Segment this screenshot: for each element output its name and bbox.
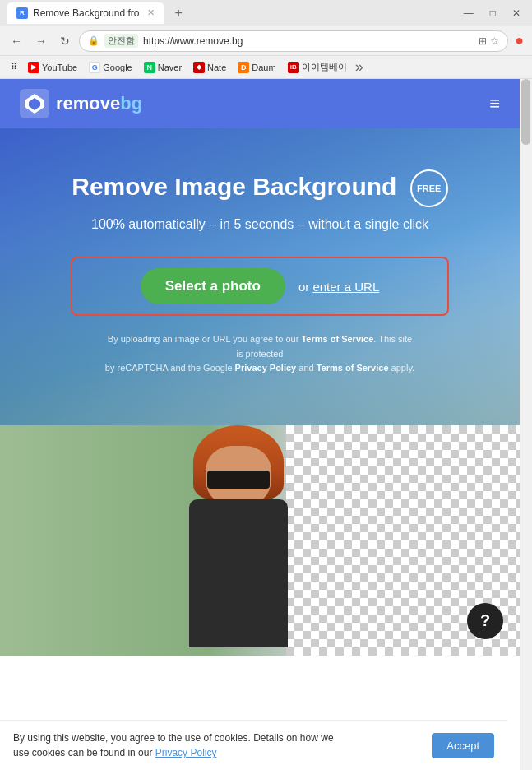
or-url-text: or enter a URL [298,280,379,294]
youtube-label: YouTube [42,63,77,72]
scroll-thumb[interactable] [521,79,530,145]
terms-line1: By uploading an image or URL you agree t… [108,334,302,344]
hero-title-text: Remove Image Background [72,173,396,200]
upload-area: Select a photo or enter a URL [71,257,449,316]
close-button[interactable]: ✕ [507,6,525,21]
cookie-text-line1: By using this website, you agree to the … [13,732,334,744]
logo-bg: bg [120,93,142,114]
bookmark-naver[interactable]: N Naver [139,60,187,75]
daum-label: Daum [252,63,275,72]
bookmark-itembay[interactable]: iB 아이템베이 [283,59,352,75]
demo-section: ? [0,425,520,656]
logo-remove: remove [56,93,120,114]
logo-icon [20,89,49,118]
bookmark-google[interactable]: G Google [84,60,136,75]
new-tab-button[interactable]: + [169,4,187,22]
forward-button[interactable]: → [31,33,51,49]
more-bookmarks-button[interactable]: » [355,58,363,76]
scroll-track [520,79,532,770]
nav-right-icons: ● [513,30,525,51]
demo-person [156,425,321,656]
site-header: removebg ≡ [0,79,520,128]
or-text: or [298,280,309,294]
accept-cookies-button[interactable]: Accept [432,733,494,758]
terms-and: and [296,363,316,373]
bookmark-star-icon[interactable]: ☆ [490,35,499,47]
safe-label: 안전함 [104,34,138,48]
apps-button[interactable]: ⠿ [7,60,21,74]
logo-text: removebg [56,93,142,114]
hero-title: Remove Image Background FREE [20,169,500,207]
account-icon[interactable]: ● [513,30,525,51]
tab-close-button[interactable]: ✕ [147,7,155,18]
terms-apply: apply. [389,363,415,373]
free-badge: FREE [410,169,448,207]
hero-section: Remove Image Background FREE 100% automa… [0,128,520,425]
window-controls: — □ ✕ [459,6,525,21]
bookmark-daum[interactable]: D Daum [233,60,280,75]
nate-favicon: ◆ [193,62,205,73]
site-content: removebg ≡ Remove Image Background FREE … [0,79,520,770]
hamburger-menu-button[interactable]: ≡ [489,93,500,114]
itembay-label: 아이템베이 [302,61,347,73]
privacy-policy-cookie-link[interactable]: Privacy Policy [155,747,217,758]
terms-line3: by reCAPTCHA and the Google [105,363,235,373]
back-button[interactable]: ← [7,33,26,49]
navigation-bar: ← → ↻ 🔒 안전함 https://www.remove.bg ⊞ ☆ ● [0,26,532,56]
tab-strip: R Remove Background fro ✕ + [7,2,187,24]
translate-icon[interactable]: ⊞ [479,35,487,47]
tab-favicon: R [16,7,28,19]
google-favicon: G [89,62,100,73]
privacy-policy-link[interactable]: Privacy Policy [235,363,297,373]
address-text: https://www.remove.bg [143,35,474,47]
tab-title: Remove Background fro [33,7,139,19]
cookie-text-line2: use cookies can be found in our [13,747,155,758]
bookmark-nate[interactable]: ◆ Nate [188,60,231,75]
cookie-bar: By using this website, you agree to the … [0,720,507,770]
reload-button[interactable]: ↻ [56,33,74,49]
active-tab[interactable]: R Remove Background fro ✕ [7,2,164,24]
naver-label: Naver [158,63,182,72]
youtube-favicon: ▶ [28,62,39,73]
nate-label: Nate [207,63,226,72]
lock-icon: 🔒 [88,35,99,46]
daum-favicon: D [238,62,249,73]
terms-of-service-link-2[interactable]: Terms of Service [317,363,389,373]
address-icons: ⊞ ☆ [479,35,499,47]
maximize-button[interactable]: □ [485,6,501,21]
help-button[interactable]: ? [467,603,503,639]
naver-favicon: N [144,62,155,73]
title-bar: R Remove Background fro ✕ + — □ ✕ [0,0,532,26]
google-label: Google [103,63,132,72]
minimize-button[interactable]: — [459,6,479,21]
select-photo-button[interactable]: Select a photo [141,268,285,304]
enter-url-link[interactable]: enter a URL [312,280,379,294]
browser-content: removebg ≡ Remove Image Background FREE … [0,79,532,770]
cookie-text: By using this website, you agree to the … [13,731,419,760]
bookmarks-bar: ⠿ ▶ YouTube G Google N Naver ◆ Nate D Da… [0,56,532,79]
logo: removebg [20,89,142,118]
terms-text: By uploading an image or URL you agree t… [104,332,416,376]
address-bar[interactable]: 🔒 안전함 https://www.remove.bg ⊞ ☆ [79,30,508,52]
bookmark-youtube[interactable]: ▶ YouTube [23,60,82,75]
itembay-favicon: iB [288,62,299,73]
hero-subtitle: 100% automatically – in 5 seconds – with… [20,217,500,232]
terms-of-service-link-1[interactable]: Terms of Service [301,334,373,344]
